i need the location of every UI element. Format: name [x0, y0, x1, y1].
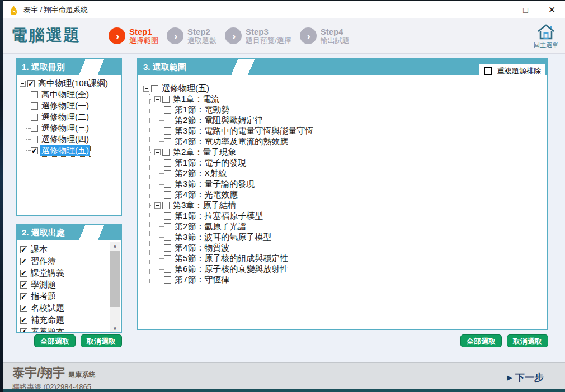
checkbox[interactable] [164, 191, 171, 199]
tree-item-label[interactable]: 第6節：原子核的衰變與放射性 [173, 264, 289, 275]
section-item: 第1節：電動勢 [159, 105, 546, 115]
step-step1[interactable]: ›Step1選擇範圍 [109, 27, 158, 45]
tree-item-label[interactable]: 選修物理(二) [40, 112, 90, 122]
scrollbar-thumb[interactable] [110, 251, 120, 307]
checkbox[interactable]: ✓ [20, 328, 27, 332]
scroll-down-icon[interactable]: ∨ [110, 323, 120, 332]
checkbox[interactable] [164, 170, 171, 177]
scroll-up-icon[interactable]: ∧ [110, 242, 120, 251]
checkbox[interactable] [31, 114, 38, 121]
tree-item-label[interactable]: 第1節：電動勢 [173, 105, 230, 115]
checkbox[interactable] [164, 244, 171, 252]
collapse-icon[interactable] [20, 81, 26, 87]
tree-item-label[interactable]: 第1節：拉塞福原子模型 [173, 211, 264, 221]
checkbox[interactable] [151, 85, 158, 92]
tree-item-label[interactable]: 第2節：電阻與歐姆定律 [173, 115, 264, 126]
range-select-all-button[interactable]: 全部選取 [460, 334, 502, 347]
tree-item-label[interactable]: 第3章：原子結構 [172, 200, 237, 211]
checkbox[interactable]: ✓ [20, 317, 27, 324]
panel-select-source-title: 2. 選取出處 [22, 228, 65, 237]
range-deselect-button[interactable]: 取消選取 [507, 334, 548, 347]
tree-connector [159, 173, 164, 174]
checkbox[interactable]: ✓ [20, 270, 27, 277]
dedupe-checkbox[interactable] [484, 67, 492, 75]
checkbox[interactable] [164, 159, 171, 167]
checkbox[interactable] [164, 117, 171, 124]
tree-item-label[interactable]: 選修物理(五) [40, 145, 90, 156]
checkbox[interactable]: ✓ [20, 305, 27, 312]
source-item-label[interactable]: 素養題本 [30, 327, 65, 332]
source-item-label[interactable]: 課本 [30, 244, 49, 255]
checkbox[interactable]: ✓ [20, 258, 27, 265]
source-item-label[interactable]: 名校試題 [30, 303, 65, 314]
collapse-icon[interactable] [143, 86, 149, 92]
panel-select-volume: 1. 選取冊別 ✓高中物理(108課綱)高中物理(全)選修物理(一)選修物理(二… [16, 58, 122, 216]
tree-item-label[interactable]: 第3節：電路中的電量守恆與能量守恆 [173, 126, 314, 136]
tree-item-label[interactable]: 第1節：電子的發現 [173, 158, 247, 168]
source-item: ✓指考題 [20, 291, 120, 303]
tree-item-label[interactable]: 第2節：氫原子光譜 [173, 221, 247, 232]
checkbox[interactable] [162, 202, 170, 209]
checkbox[interactable] [31, 102, 38, 110]
source-item: ✓課本 [20, 244, 120, 256]
tree-item-label[interactable]: 第4節：電功率及電流的熱效應 [173, 136, 289, 147]
checkbox[interactable]: ✓ [20, 281, 27, 289]
tree-item-label[interactable]: 第2節：X射線 [173, 168, 228, 179]
source-select-all-button[interactable]: 全部選取 [34, 334, 76, 347]
checkbox[interactable] [31, 125, 38, 132]
tree-item-label[interactable]: 第3節：波耳的氫原子模型 [173, 232, 272, 243]
checkbox[interactable] [164, 255, 171, 262]
tree-item-label[interactable]: 第3節：量子論的發現 [173, 179, 256, 190]
tree-item-label[interactable]: 第1章：電流 [172, 94, 220, 105]
checkbox[interactable] [164, 127, 171, 135]
checkbox[interactable] [164, 106, 171, 114]
tree-item-label[interactable]: 選修物理(三) [40, 123, 90, 134]
tree-item-label[interactable]: 第4節：物質波 [173, 243, 230, 253]
scrollbar[interactable]: ∧ ∨ [110, 242, 120, 332]
checkbox[interactable] [162, 96, 170, 103]
checkbox[interactable] [164, 266, 171, 273]
source-item-label[interactable]: 習作簿 [30, 256, 57, 267]
collapse-icon[interactable] [154, 202, 161, 209]
step-step2[interactable]: ›Step2選取題數 [167, 27, 216, 45]
checkbox[interactable] [164, 181, 171, 188]
source-item-label[interactable]: 指考題 [30, 291, 57, 302]
collapse-icon[interactable] [154, 96, 161, 102]
checkbox[interactable] [164, 276, 171, 284]
tree-connector [150, 205, 154, 206]
checkbox[interactable] [162, 149, 170, 156]
checkbox[interactable] [164, 234, 171, 241]
step-step4[interactable]: ›Step4輸出試題 [300, 27, 350, 45]
home-button[interactable]: 回主選單 [534, 23, 558, 48]
maximize-button[interactable]: □ [512, 1, 539, 18]
step-texts: Step4輸出試題 [321, 27, 350, 45]
tree-item-label[interactable]: 第7節：守恆律 [173, 275, 230, 285]
checkbox[interactable] [164, 138, 171, 145]
checkbox[interactable]: ✓ [20, 246, 27, 253]
dedupe-option[interactable]: 重複題源排除 [479, 64, 545, 79]
checkbox[interactable] [164, 212, 171, 220]
tree-item-label[interactable]: 高中物理(108課綱) [37, 78, 109, 89]
source-item-label[interactable]: 學測題 [30, 280, 57, 290]
checkbox[interactable]: ✓ [27, 80, 35, 87]
step-step3[interactable]: ›Step3題目預覽/選擇 [225, 27, 291, 45]
tree-item-label[interactable]: 第4節：光電效應 [173, 190, 239, 200]
checkbox[interactable]: ✓ [20, 293, 27, 300]
tree-item-label[interactable]: 第5節：原子核的組成與穩定性 [173, 253, 289, 264]
tree-item-label[interactable]: 高中物理(全) [40, 89, 90, 100]
collapse-icon[interactable] [154, 149, 161, 155]
close-button[interactable]: × [539, 1, 565, 18]
checkbox[interactable] [31, 136, 38, 143]
tree-item-label[interactable]: 選修物理(五) [161, 83, 210, 94]
next-step-button[interactable]: ▶ 下一步 [507, 371, 544, 384]
tree-item-label[interactable]: 選修物理(四) [40, 134, 90, 145]
tree-item-label[interactable]: 選修物理(一) [40, 101, 90, 111]
source-item-label[interactable]: 補充命題 [30, 315, 65, 325]
minimize-button[interactable]: — [486, 1, 512, 18]
checkbox[interactable] [164, 223, 171, 230]
tree-item-label[interactable]: 第2章：量子現象 [172, 147, 237, 158]
checkbox[interactable]: ✓ [31, 147, 38, 154]
source-deselect-button[interactable]: 取消選取 [81, 334, 122, 347]
source-item-label[interactable]: 課堂講義 [30, 268, 65, 278]
checkbox[interactable] [31, 91, 38, 98]
